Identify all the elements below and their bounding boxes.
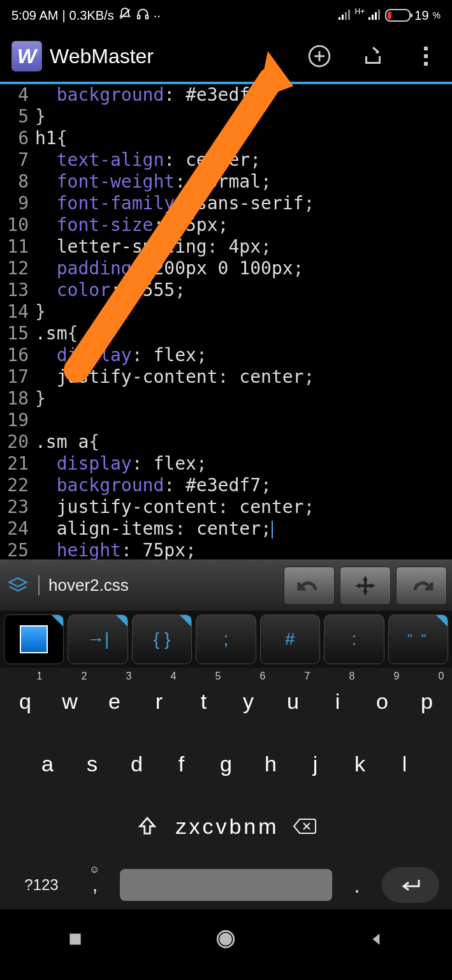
code-line[interactable]: 23 justify-content: center; [0, 496, 452, 518]
code-text[interactable]: } [35, 106, 452, 128]
nav-recents-button[interactable] [37, 931, 113, 947]
symbol-key[interactable]: " " [388, 614, 448, 664]
code-line[interactable]: 17 justify-content: center; [0, 366, 452, 388]
key-f[interactable]: f [161, 742, 203, 785]
symbol-key[interactable]: # [260, 614, 320, 664]
enter-key[interactable] [382, 867, 439, 903]
code-line[interactable]: 5} [0, 106, 452, 128]
nav-back-button[interactable] [339, 931, 415, 947]
code-text[interactable]: letter-spacing: 4px; [35, 236, 452, 258]
key-v[interactable]: v [215, 805, 226, 848]
code-text[interactable]: justify-content: center; [35, 366, 452, 388]
code-text[interactable]: } [35, 388, 452, 410]
symbol-key[interactable]: →| [68, 614, 128, 664]
code-line[interactable]: 25 height: 75px; [0, 540, 452, 560]
code-text[interactable]: font-family: sans-serif; [35, 193, 452, 214]
line-number: 13 [0, 279, 35, 301]
code-line[interactable]: 15.sm{ [0, 323, 452, 345]
key-j[interactable]: j [295, 742, 337, 785]
code-text[interactable]: font-size: 25px; [35, 214, 452, 236]
key-h[interactable]: h [250, 742, 292, 785]
code-text[interactable]: display: flex; [35, 453, 452, 475]
key-x[interactable]: x [189, 805, 200, 848]
redo-button[interactable] [396, 567, 447, 605]
code-line[interactable]: 24 align-items: center; [0, 518, 452, 540]
code-line[interactable]: 11 letter-spacing: 4px; [0, 236, 452, 258]
code-text[interactable]: .sm a{ [35, 431, 452, 453]
code-text[interactable]: display: flex; [35, 345, 452, 366]
move-button[interactable] [340, 567, 391, 605]
code-line[interactable]: 19 [0, 410, 452, 431]
code-text[interactable]: h1{ [35, 128, 452, 149]
code-text[interactable]: align-items: center; [35, 518, 452, 540]
key-w[interactable]: w2 [49, 679, 91, 723]
status-sep: | [62, 8, 65, 23]
key-q[interactable]: q1 [4, 679, 47, 723]
key-o[interactable]: o9 [361, 679, 404, 723]
shift-key[interactable] [122, 805, 173, 848]
period-key[interactable]: . [341, 873, 373, 898]
key-i[interactable]: i8 [317, 679, 359, 723]
code-text[interactable] [35, 410, 452, 431]
key-z[interactable]: z [175, 805, 186, 848]
code-text[interactable]: font-weight: normal; [35, 171, 452, 193]
add-button[interactable] [305, 42, 333, 70]
key-n[interactable]: n [244, 805, 256, 848]
layers-icon[interactable] [5, 573, 31, 598]
code-text[interactable]: background: #e3edf7; [35, 84, 452, 106]
code-editor[interactable]: 4 background: #e3edf7;5}6h1{7 text-align… [0, 84, 452, 560]
symbol-key[interactable] [4, 614, 64, 664]
key-d[interactable]: d [116, 742, 158, 785]
key-c[interactable]: c [202, 805, 213, 848]
code-line[interactable]: 14} [0, 301, 452, 323]
code-line[interactable]: 10 font-size: 25px; [0, 214, 452, 236]
key-u[interactable]: u7 [272, 679, 314, 723]
code-text[interactable]: .sm{ [35, 323, 452, 345]
key-y[interactable]: y6 [228, 679, 270, 723]
code-text[interactable]: height: 75px; [35, 540, 452, 560]
symbols-key[interactable]: ?123 [13, 876, 70, 894]
code-line[interactable]: 12 padding: 200px 0 100px; [0, 258, 452, 279]
code-line[interactable]: 9 font-family: sans-serif; [0, 193, 452, 214]
key-m[interactable]: m [258, 805, 276, 848]
code-line[interactable]: 16 display: flex; [0, 345, 452, 366]
share-button[interactable] [359, 42, 387, 70]
symbol-key[interactable]: ; [196, 614, 256, 664]
code-text[interactable]: background: #e3edf7; [35, 475, 452, 496]
key-l[interactable]: l [384, 742, 426, 785]
code-line[interactable]: 22 background: #e3edf7; [0, 475, 452, 496]
space-key[interactable] [120, 869, 332, 901]
code-line[interactable]: 13 color: #555; [0, 279, 452, 301]
code-text[interactable]: } [35, 301, 452, 323]
key-g[interactable]: g [205, 742, 247, 785]
filename-label[interactable]: hover2.css [38, 575, 279, 595]
key-p[interactable]: p0 [406, 679, 448, 723]
key-k[interactable]: k [339, 742, 381, 785]
code-line[interactable]: 21 display: flex; [0, 453, 452, 475]
key-r[interactable]: r4 [138, 679, 180, 723]
overflow-menu-button[interactable] [412, 42, 441, 70]
backspace-key[interactable] [279, 805, 330, 848]
comma-key[interactable]: ☺, [79, 874, 111, 896]
file-toolbar: hover2.css [0, 560, 452, 611]
code-line[interactable]: 20.sm a{ [0, 431, 452, 453]
code-text[interactable]: padding: 200px 0 100px; [35, 258, 452, 279]
key-e[interactable]: e3 [94, 679, 136, 723]
code-line[interactable]: 18} [0, 388, 452, 410]
key-a[interactable]: a [27, 742, 69, 785]
key-t[interactable]: t5 [183, 679, 225, 723]
key-s[interactable]: s [71, 742, 113, 785]
code-line[interactable]: 8 font-weight: normal; [0, 171, 452, 193]
undo-button[interactable] [284, 567, 335, 605]
code-text[interactable]: justify-content: center; [35, 496, 452, 518]
line-number: 6 [0, 128, 35, 149]
nav-home-button[interactable] [187, 928, 264, 950]
symbol-key[interactable]: { } [132, 614, 192, 664]
code-line[interactable]: 7 text-align: center; [0, 149, 452, 171]
code-line[interactable]: 4 background: #e3edf7; [0, 84, 452, 106]
code-text[interactable]: color: #555; [35, 279, 452, 301]
symbol-key[interactable]: : [324, 614, 384, 664]
key-b[interactable]: b [229, 805, 241, 848]
code-line[interactable]: 6h1{ [0, 128, 452, 149]
code-text[interactable]: text-align: center; [35, 149, 452, 171]
